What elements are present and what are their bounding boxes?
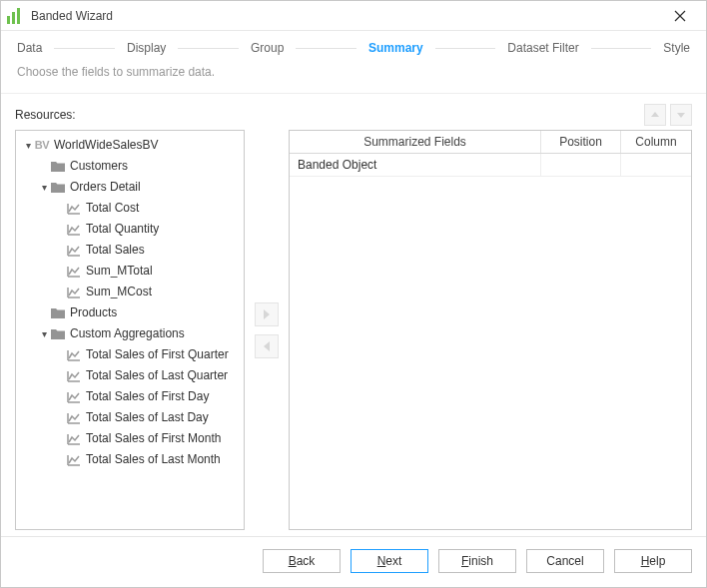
tree-item-label: Total Sales of Last Quarter: [86, 365, 228, 386]
cell-position: [541, 154, 621, 176]
metric-icon: [66, 432, 82, 446]
help-button[interactable]: Help: [614, 549, 692, 573]
app-logo-icon: [7, 8, 23, 24]
title-bar: Banded Wizard: [1, 1, 706, 31]
col-header-position: Position: [541, 131, 621, 153]
step-separator: [591, 48, 652, 49]
tree-item-label: WorldWideSalesBV: [54, 135, 158, 156]
tree-item[interactable]: Total Sales of First Month: [18, 428, 242, 449]
caret-icon: [38, 323, 50, 344]
step-group[interactable]: Group: [247, 41, 288, 55]
tree-item-label: Sum_MCost: [86, 282, 152, 302]
add-button[interactable]: [255, 302, 279, 326]
move-down-button[interactable]: [670, 104, 692, 126]
tree-item[interactable]: Total Quantity: [18, 219, 242, 240]
table-header: Summarized Fields Position Column: [290, 131, 691, 154]
col-header-column: Column: [621, 131, 691, 153]
metric-icon: [66, 348, 82, 362]
back-button[interactable]: Back: [263, 549, 341, 573]
tree-item[interactable]: Total Sales of Last Month: [18, 449, 242, 470]
tree-item[interactable]: Custom Aggregations: [18, 323, 242, 344]
cancel-label: Cancel: [546, 554, 583, 568]
tree-item-label: Total Quantity: [86, 219, 159, 240]
col-header-summarized: Summarized Fields: [290, 131, 541, 153]
next-button[interactable]: Next: [351, 549, 428, 573]
arrow-down-icon: [676, 110, 686, 120]
tree-item[interactable]: Products: [18, 302, 242, 323]
step-separator: [296, 48, 356, 49]
tree-item-label: Total Sales of First Quarter: [86, 344, 229, 365]
cell-summarized: Banded Object: [290, 154, 541, 176]
move-up-button[interactable]: [644, 104, 666, 126]
cancel-button[interactable]: Cancel: [526, 549, 604, 573]
resources-label: Resources:: [15, 108, 76, 122]
metric-icon: [66, 411, 82, 425]
tree-item[interactable]: Total Sales of First Day: [18, 386, 242, 407]
step-dataset-filter[interactable]: Dataset Filter: [503, 41, 582, 55]
folder-icon: [50, 306, 66, 320]
folder-icon: [50, 327, 66, 341]
step-description: Choose the fields to summarize data.: [1, 59, 706, 94]
tree-item[interactable]: Total Sales of Last Day: [18, 407, 242, 428]
tree-item-label: Total Sales of Last Month: [86, 449, 221, 470]
folder-icon: [50, 160, 66, 174]
wizard-steps: DataDisplayGroupSummaryDataset FilterSty…: [1, 31, 706, 59]
step-separator: [54, 48, 115, 49]
tree-item-label: Total Sales of First Month: [86, 428, 221, 449]
metric-icon: [66, 223, 82, 237]
caret-icon: [38, 177, 50, 198]
tree-item-label: Total Sales of Last Day: [86, 407, 209, 428]
tree-item-label: Customers: [70, 156, 128, 177]
resources-tree[interactable]: BVWorldWideSalesBVCustomersOrders Detail…: [15, 130, 245, 530]
tree-item[interactable]: Total Cost: [18, 198, 242, 219]
tree-item-label: Custom Aggregations: [70, 323, 185, 344]
finish-button[interactable]: Finish: [438, 549, 516, 573]
step-style[interactable]: Style: [659, 41, 694, 55]
bv-icon: BV: [34, 139, 50, 153]
tree-item-label: Products: [70, 302, 117, 323]
metric-icon: [66, 202, 82, 216]
tree-item[interactable]: Sum_MTotal: [18, 261, 242, 282]
step-display[interactable]: Display: [123, 41, 170, 55]
metric-icon: [66, 369, 82, 383]
metric-icon: [66, 453, 82, 467]
tree-item[interactable]: Orders Detail: [18, 177, 242, 198]
tree-item-label: Sum_MTotal: [86, 261, 153, 282]
left-column: BVWorldWideSalesBVCustomersOrders Detail…: [15, 130, 245, 530]
step-summary[interactable]: Summary: [364, 41, 427, 55]
tree-item[interactable]: Sum_MCost: [18, 282, 242, 302]
tree-item[interactable]: Customers: [18, 156, 242, 177]
close-icon: [674, 10, 686, 22]
tree-item-label: Orders Detail: [70, 177, 141, 198]
transfer-buttons: [253, 130, 281, 530]
step-separator: [435, 48, 496, 49]
tree-item[interactable]: Total Sales of First Quarter: [18, 344, 242, 365]
metric-icon: [66, 286, 82, 299]
folder-icon: [50, 181, 66, 195]
wizard-window: Banded Wizard DataDisplayGroupSummaryDat…: [0, 0, 707, 588]
step-separator: [178, 48, 239, 49]
tree-item[interactable]: Total Sales: [18, 240, 242, 261]
content-area: Resources: BVWorldWideSalesBVCustomersOr…: [1, 94, 706, 536]
wizard-footer: Back Next Finish Cancel Help: [1, 536, 706, 587]
metric-icon: [66, 244, 82, 258]
resources-header-row: Resources:: [15, 104, 692, 126]
window-title: Banded Wizard: [31, 9, 113, 23]
arrow-up-icon: [650, 110, 660, 120]
metric-icon: [66, 390, 82, 404]
tree-item[interactable]: BVWorldWideSalesBV: [18, 135, 242, 156]
metric-icon: [66, 265, 82, 279]
cell-column: [621, 154, 691, 176]
right-column: Summarized Fields Position Column Banded…: [289, 130, 692, 530]
tree-item[interactable]: Total Sales of Last Quarter: [18, 365, 242, 386]
remove-button[interactable]: [255, 334, 279, 358]
arrow-left-icon: [261, 340, 273, 352]
tree-item-label: Total Sales of First Day: [86, 386, 209, 407]
summarized-fields-table[interactable]: Summarized Fields Position Column Banded…: [289, 130, 692, 530]
close-button[interactable]: [660, 2, 700, 30]
tree-item-label: Total Sales: [86, 240, 145, 261]
table-row[interactable]: Banded Object: [290, 154, 691, 177]
panes: BVWorldWideSalesBVCustomersOrders Detail…: [15, 130, 692, 530]
arrow-right-icon: [261, 308, 273, 320]
step-data[interactable]: Data: [13, 41, 46, 55]
